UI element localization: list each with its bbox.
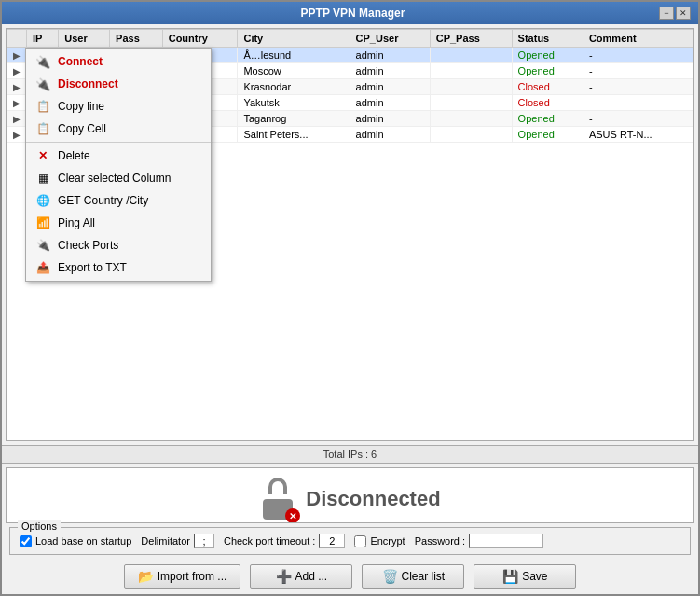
timeout-label: Check port timeout : <box>224 534 345 548</box>
lock-x-icon: ✕ <box>285 508 300 523</box>
ctx-label-delete: Delete <box>58 149 90 162</box>
disconnected-area: ✕ Disconnected <box>7 468 693 523</box>
title-bar-buttons: − ✕ <box>659 7 691 20</box>
save-icon: 💾 <box>502 569 518 584</box>
cp-user-cell: admin <box>350 79 430 95</box>
cp-pass-cell <box>430 95 512 111</box>
close-button[interactable]: ✕ <box>676 7 691 20</box>
add-button[interactable]: ➕ Add ... <box>250 564 352 589</box>
clear-column-icon: ▦ <box>35 171 50 186</box>
add-icon: ➕ <box>276 569 292 584</box>
city-cell: Taganrog <box>238 111 350 127</box>
copy-line-icon: 📋 <box>35 99 50 114</box>
col-cp-user[interactable]: CP_User <box>350 30 430 48</box>
cp-user-cell: admin <box>350 111 430 127</box>
col-city[interactable]: City <box>238 30 350 48</box>
timeout-input[interactable] <box>319 534 345 548</box>
import-button[interactable]: 📂 Import from ... <box>124 564 241 589</box>
table-header: IP User Pass Country City CP_User CP_Pas… <box>7 30 693 48</box>
expand-cell: ▶ <box>7 63 27 79</box>
ctx-label-connect: Connect <box>58 55 103 68</box>
encrypt-checkbox[interactable] <box>354 535 366 547</box>
password-input[interactable] <box>469 534 543 548</box>
ctx-item-copy-cell[interactable]: 📋 Copy Cell <box>26 118 211 140</box>
cp-pass-cell <box>430 111 512 127</box>
ctx-label-disconnect: Disconnect <box>58 77 118 90</box>
ctx-label-get-country: GET Country /City <box>58 194 148 207</box>
minimize-button[interactable]: − <box>659 7 674 20</box>
table-area: IP User Pass Country City CP_User CP_Pas… <box>6 28 694 441</box>
col-user[interactable]: User <box>59 30 110 48</box>
options-row: Load base on startup Delimitator Check p… <box>20 534 680 548</box>
ctx-item-clear-column[interactable]: ▦ Clear selected Column <box>26 167 211 189</box>
get-country-icon: 🌐 <box>35 193 50 208</box>
load-base-label: Load base on startup <box>20 535 131 547</box>
bottom-buttons: 📂 Import from ... ➕ Add ... 🗑️ Clear lis… <box>2 559 698 594</box>
check-ports-icon: 🔌 <box>35 238 50 253</box>
col-country[interactable]: Country <box>162 30 238 48</box>
title-bar: PPTP VPN Manager − ✕ <box>2 2 698 24</box>
cp-user-cell: admin <box>350 63 430 79</box>
status-cell: Opened <box>512 63 583 79</box>
load-base-checkbox[interactable] <box>20 535 32 547</box>
disconnect-icon: 🔌 <box>35 76 50 91</box>
expand-col-header <box>7 30 27 48</box>
main-window: PPTP VPN Manager − ✕ IP User Pass Countr… <box>0 0 700 596</box>
ctx-item-ping-all[interactable]: 📶 Ping All <box>26 212 211 234</box>
ctx-item-delete[interactable]: ✕ Delete <box>26 145 211 167</box>
city-cell: Å…lesund <box>238 48 350 63</box>
col-pass[interactable]: Pass <box>110 30 163 48</box>
lock-icon: ✕ <box>259 478 296 520</box>
context-menu: 🔌 Connect 🔌 Disconnect 📋 Copy line 📋 Cop… <box>25 48 212 282</box>
status-cell: Opened <box>512 127 583 143</box>
ctx-item-get-country[interactable]: 🌐 GET Country /City <box>26 189 211 212</box>
expand-cell: ▶ <box>7 79 27 95</box>
expand-cell: ▶ <box>7 111 27 127</box>
copy-cell-icon: 📋 <box>35 121 50 136</box>
col-comment[interactable]: Comment <box>583 30 693 48</box>
cp-pass-cell <box>430 79 512 95</box>
delimiter-input[interactable] <box>194 534 214 548</box>
clear-icon: 🗑️ <box>382 569 398 584</box>
save-button[interactable]: 💾 Save <box>474 564 576 589</box>
password-label: Password : <box>415 534 543 548</box>
ctx-item-disconnect[interactable]: 🔌 Disconnect <box>26 73 211 95</box>
delete-icon: ✕ <box>35 148 50 163</box>
city-cell: Krasnodar <box>238 79 350 95</box>
log-area: ✕ Disconnected <box>6 467 694 523</box>
comment-cell: - <box>583 79 693 95</box>
export-txt-icon: 📤 <box>35 260 50 275</box>
ctx-item-connect[interactable]: 🔌 Connect <box>26 50 211 73</box>
ctx-label-copy-line: Copy line <box>58 100 104 113</box>
col-status[interactable]: Status <box>512 30 583 48</box>
ping-all-icon: 📶 <box>35 215 50 230</box>
comment-cell: - <box>583 63 693 79</box>
options-group: Options Load base on startup Delimitator… <box>9 527 691 555</box>
comment-cell: - <box>583 111 693 127</box>
cp-user-cell: admin <box>350 48 430 63</box>
cp-pass-cell <box>430 63 512 79</box>
col-ip[interactable]: IP <box>27 30 59 48</box>
disconnected-label: Disconnected <box>306 487 440 511</box>
import-icon: 📂 <box>138 569 154 584</box>
ctx-item-copy-line[interactable]: 📋 Copy line <box>26 95 211 118</box>
city-cell: Moscow <box>238 63 350 79</box>
city-cell: Saint Peters... <box>238 127 350 143</box>
expand-cell: ▶ <box>7 127 27 143</box>
connect-icon: 🔌 <box>35 54 50 69</box>
ctx-item-export-txt[interactable]: 📤 Export to TXT <box>26 256 211 279</box>
clear-button[interactable]: 🗑️ Clear list <box>362 564 464 589</box>
lock-shackle <box>268 478 287 494</box>
col-cp-pass[interactable]: CP_Pass <box>430 30 512 48</box>
cp-user-cell: admin <box>350 127 430 143</box>
status-cell: Opened <box>512 111 583 127</box>
ctx-label-clear-column: Clear selected Column <box>58 172 171 185</box>
ctx-label-copy-cell: Copy Cell <box>58 122 106 135</box>
comment-cell: ASUS RT-N... <box>583 127 693 143</box>
ctx-item-check-ports[interactable]: 🔌 Check Ports <box>26 234 211 256</box>
delimiter-label: Delimitator <box>141 534 214 548</box>
expand-cell: ▶ <box>7 48 27 63</box>
main-content: IP User Pass Country City CP_User CP_Pas… <box>2 24 698 594</box>
expand-cell: ▶ <box>7 95 27 111</box>
comment-cell: - <box>583 48 693 63</box>
